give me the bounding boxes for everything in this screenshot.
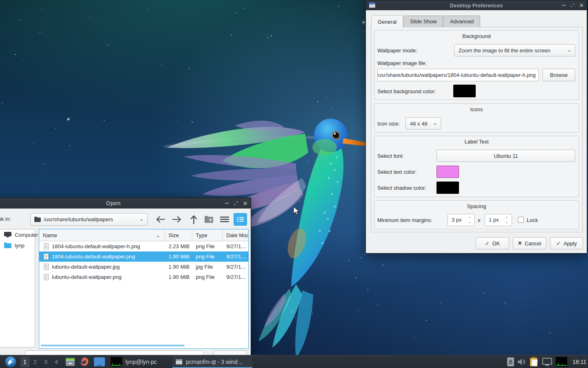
workspace-switcher: 1 2 3 4 (20, 357, 61, 367)
task-label: pcmanfm-qt - 3 wind… (186, 359, 243, 365)
hamburger-menu-icon[interactable] (220, 216, 229, 222)
maximize-icon[interactable] (570, 3, 575, 7)
spinner-arrows-icon[interactable]: ⌃⌄ (467, 215, 472, 225)
file-icon (44, 243, 49, 249)
place-label: lynp (15, 242, 24, 249)
checkmark-icon: ✓ (556, 240, 561, 247)
open-dialog-title: Open (0, 200, 251, 206)
task-pcmanfm[interactable]: pcmanfm-qt - 3 wind… (172, 355, 252, 368)
home-folder-icon (4, 242, 11, 248)
close-icon[interactable] (579, 3, 584, 7)
group-title: Icons (374, 106, 579, 112)
prefs-titlebar[interactable]: Desktop Preferences (366, 0, 587, 10)
tab-general[interactable]: General (371, 15, 403, 28)
desktop-preferences-window: Desktop Preferences General Slide Show A… (365, 0, 587, 254)
new-folder-icon[interactable] (205, 215, 213, 223)
forward-arrow-icon[interactable] (172, 216, 183, 223)
browse-button[interactable]: Browse (542, 69, 575, 81)
task-label: lynp@lyn-pc (125, 359, 157, 365)
spacing-group: Spacing (374, 200, 579, 229)
file-row-selected[interactable]: 1804-lubuntu-default-wallpaper.png 1.90 … (39, 251, 248, 262)
archive-drawer-icon[interactable] (65, 357, 75, 366)
workspace-2[interactable]: 2 (30, 359, 40, 365)
network-monitor-icon[interactable] (556, 357, 567, 367)
look-in-label: Look in: (0, 216, 11, 222)
back-arrow-icon[interactable] (155, 216, 165, 223)
file-row[interactable]: 1804-lubuntu-default-wallpaper-h.png 2.2… (39, 241, 248, 251)
task-qterminal[interactable]: lynp@lyn-pc (107, 355, 160, 368)
column-header-type[interactable]: Type (192, 229, 223, 241)
group-title: Background (374, 33, 579, 39)
clipboard-icon[interactable] (530, 357, 539, 367)
sort-chevron-icon: ⌄ (156, 232, 160, 238)
workspace-3[interactable]: 3 (41, 359, 51, 365)
screen: Open Look in: /usr/share/lubuntu/wallpap… (0, 0, 588, 368)
minimize-icon[interactable] (225, 203, 229, 204)
path-combo[interactable]: /usr/share/lubuntu/wallpapers ⌄ (30, 213, 147, 226)
workspace-4[interactable]: 4 (51, 359, 61, 365)
group-title: Spacing (374, 203, 579, 209)
computer-icon (4, 232, 11, 238)
terminal-icon (111, 357, 122, 367)
margins-separator: x (478, 217, 481, 223)
open-file-dialog: Open Look in: /usr/share/lubuntu/wallpap… (0, 197, 251, 357)
open-dialog-titlebar[interactable]: Open (0, 198, 251, 209)
workspace-1[interactable]: 1 (20, 357, 29, 367)
file-manager-icon[interactable] (94, 357, 105, 366)
apply-button[interactable]: ✓ Apply (550, 237, 583, 249)
file-row[interactable]: lubuntu-default-wallpaper.png 1.90 MiB p… (39, 272, 248, 282)
wallpaper-mode-combo[interactable]: Zoom the image to fill the entire screen… (454, 44, 575, 56)
ok-button[interactable]: ✓ OK (476, 237, 509, 249)
tab-slide-show[interactable]: Slide Show (403, 16, 443, 27)
font-button[interactable]: Ubuntu 11 (437, 150, 575, 162)
volume-icon[interactable] (518, 358, 526, 366)
places-sidebar: Computer lynp (0, 229, 35, 348)
margin-x-spinbox[interactable]: 3 px ⌃⌄ (448, 214, 475, 226)
column-header-name[interactable]: Name ⌄ (39, 229, 165, 241)
background-color-swatch[interactable] (453, 85, 476, 97)
lubuntu-logo-icon[interactable] (5, 356, 16, 368)
text-color-label: Select text color: (377, 169, 416, 175)
icon-size-label: Icon size: (377, 121, 400, 127)
close-icon[interactable] (243, 201, 247, 206)
file-row[interactable]: lubuntu-default-wallpaper.jpg 1.90 MiB j… (39, 262, 248, 272)
spinner-arrows-icon[interactable]: ⌃⌄ (504, 215, 510, 225)
shadow-color-swatch[interactable] (437, 182, 459, 194)
file-list-header: Name ⌄ Size Type Date Modified (39, 229, 248, 241)
up-arrow-icon[interactable] (190, 214, 197, 224)
file-icon (44, 254, 49, 260)
lock-label: Lock (527, 217, 538, 223)
chevron-down-icon: ⌄ (139, 216, 144, 222)
margin-y-spinbox[interactable]: 1 px ⌃⌄ (485, 214, 512, 226)
chevron-down-icon: ⌄ (567, 47, 572, 53)
detail-list-view-button[interactable] (234, 213, 247, 226)
horizontal-scrollbar[interactable] (41, 345, 185, 346)
text-color-swatch[interactable] (437, 166, 459, 178)
wallpaper-file-input[interactable]: /usr/share/lubuntu/wallpapers/1804-lubun… (377, 69, 539, 81)
cancel-button[interactable]: × Cancel (513, 237, 546, 249)
icons-group: Icons (374, 103, 579, 132)
file-list: Name ⌄ Size Type Date Modified 1804-lubu… (39, 229, 249, 349)
margins-label: Minimum item margins: (377, 217, 432, 223)
icon-size-combo[interactable]: 48 x 48 ⌄ (405, 117, 441, 130)
file-icon (44, 264, 49, 270)
tab-advanced[interactable]: Advanced (443, 16, 480, 27)
minimize-icon[interactable] (562, 5, 566, 6)
place-home[interactable]: lynp (0, 240, 35, 251)
firefox-icon[interactable] (79, 357, 89, 367)
prefs-tabbar: General Slide Show Advanced (371, 16, 481, 27)
wallpaper-mode-label: Wallpaper mode: (377, 47, 417, 54)
shadow-color-label: Select shadow color: (377, 185, 426, 191)
window-icon (176, 359, 183, 365)
eject-icon[interactable] (507, 357, 514, 366)
clock: 18:11 (572, 359, 586, 365)
detail-list-view-icon (237, 217, 244, 222)
column-header-size[interactable]: Size (165, 229, 192, 241)
group-title: Label Text (374, 139, 579, 145)
lock-checkbox[interactable] (518, 217, 524, 223)
display-icon[interactable] (542, 358, 552, 366)
column-header-date[interactable]: Date Modified (223, 229, 248, 241)
place-computer[interactable]: Computer (0, 229, 35, 240)
maximize-icon[interactable] (234, 201, 238, 206)
path-value: /usr/share/lubuntu/wallpapers (44, 216, 113, 222)
